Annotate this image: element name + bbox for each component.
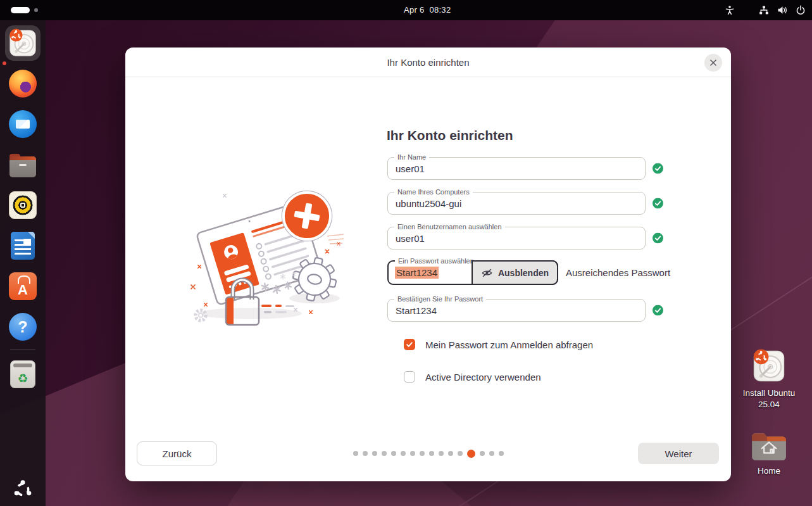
dialog-title: Ihr Konto einrichten [387,57,469,68]
dock-separator [10,350,35,350]
accessibility-icon[interactable] [725,5,735,15]
volume-icon [777,5,787,15]
thunderbird-icon [9,110,37,138]
power-icon [796,5,806,15]
confirm-password-field[interactable]: Bestätigen Sie Ihr Passwort Start1234 [387,299,646,322]
dock-item-files[interactable] [5,147,41,182]
name-field[interactable]: Ihr Name user01 [387,157,646,180]
name-field-label: Ihr Name [394,153,429,161]
checkbox-checked-icon [404,339,415,350]
computer-name-field[interactable]: Name Ihres Computers ubuntu2504-gui [387,192,646,215]
require-password-label: Mein Passwort zum Anmelden abfragen [425,339,593,350]
password-value-selected: Start1234 [395,267,439,279]
account-setup-illustration [187,186,345,326]
page-dot [489,451,494,456]
computer-name-label: Name Ihres Computers [394,188,473,196]
eye-slash-icon [481,268,493,278]
name-field-value: user01 [388,163,425,174]
install-ubuntu-label: Install Ubuntu 25.04 [740,388,798,410]
checkbox-unchecked-icon [404,371,415,383]
username-label: Einen Benutzernamen auswählen [394,223,505,231]
valid-check-icon [653,198,663,209]
network-wired-icon [759,5,769,15]
top-bar: Apr 6 08:32 [0,0,812,20]
page-dot [480,451,485,456]
ubuntu-logo-icon [11,478,34,501]
workspace-dot-indicator [34,8,38,12]
close-icon [709,59,717,66]
page-dot [363,451,368,456]
valid-check-icon [653,163,663,174]
username-value: user01 [388,233,425,244]
workspace-pill-indicator [11,7,30,13]
system-tray[interactable] [759,5,806,15]
hide-password-button[interactable]: Ausblenden [472,260,558,285]
next-button[interactable]: Weiter [638,443,719,464]
password-field[interactable]: Ein Passwort auswählen Start1234 Ausblen… [387,260,558,285]
dock-item-help[interactable]: ? [5,309,41,345]
active-directory-label: Active Directory verwenden [425,372,541,383]
confirm-password-label: Bestätigen Sie Ihr Passwort [394,295,486,303]
dock-item-thunderbird[interactable] [5,106,41,142]
active-directory-checkbox-row[interactable]: Active Directory verwenden [404,371,541,383]
dock-item-ubuntu-installer[interactable] [5,25,41,61]
page-dot [420,451,425,456]
running-app-dot [3,61,6,65]
ubuntu-installer-icon [8,28,37,58]
desktop-icon-install-ubuntu[interactable]: Install Ubuntu 25.04 [739,349,799,410]
page-dot [448,451,453,456]
page-dot [439,451,444,456]
page-dot [429,451,434,456]
dock: A ? ♻ [0,20,46,506]
libreoffice-writer-icon [11,232,35,260]
home-label: Home [740,465,798,477]
require-password-checkbox-row[interactable]: Mein Passwort zum Anmelden abfragen [404,339,593,350]
password-label: Ein Passwort auswählen [395,257,477,265]
page-dot [410,451,415,456]
page-dot [353,451,358,456]
firefox-icon [9,70,37,98]
dock-item-trash[interactable]: ♻ [5,357,41,392]
confirm-password-value: Start1234 [388,305,437,316]
app-center-icon: A [9,272,37,300]
desktop-icon-home[interactable]: Home [739,431,799,477]
rhythmbox-speaker-icon [9,191,37,219]
username-field[interactable]: Einen Benutzernamen auswählen user01 [387,227,646,250]
computer-name-value: ubuntu2504-gui [388,198,461,209]
valid-check-icon [653,305,663,316]
hide-password-label: Ausblenden [498,268,549,278]
page-dot [372,451,377,456]
show-apps-button[interactable] [0,478,46,501]
valid-check-icon [653,233,663,244]
install-ubuntu-icon [752,349,786,383]
page-dot [499,451,504,456]
close-button[interactable] [704,54,722,72]
installer-dialog: Ihr Konto einrichten [125,47,731,481]
page-dot [467,450,475,458]
dialog-titlebar: Ihr Konto einrichten [125,47,731,77]
page-heading: Ihr Konto einrichten [387,128,513,143]
clock[interactable]: Apr 6 08:32 [404,5,451,15]
password-strength-text: Ausreichendes Passwort [566,267,670,278]
dock-item-app-center[interactable]: A [5,269,41,304]
screen: Apr 6 08:32 [0,0,812,506]
page-dot [391,451,396,456]
dock-item-libreoffice-writer[interactable] [5,228,41,263]
page-dot [458,451,463,456]
dock-item-rhythmbox[interactable] [5,187,41,223]
page-dot [382,451,387,456]
home-folder-icon [751,431,787,461]
page-dot [401,451,406,456]
trash-icon: ♻ [10,360,35,388]
help-icon: ? [9,313,37,341]
dock-item-firefox[interactable] [5,66,41,101]
files-folder-icon [9,156,36,177]
